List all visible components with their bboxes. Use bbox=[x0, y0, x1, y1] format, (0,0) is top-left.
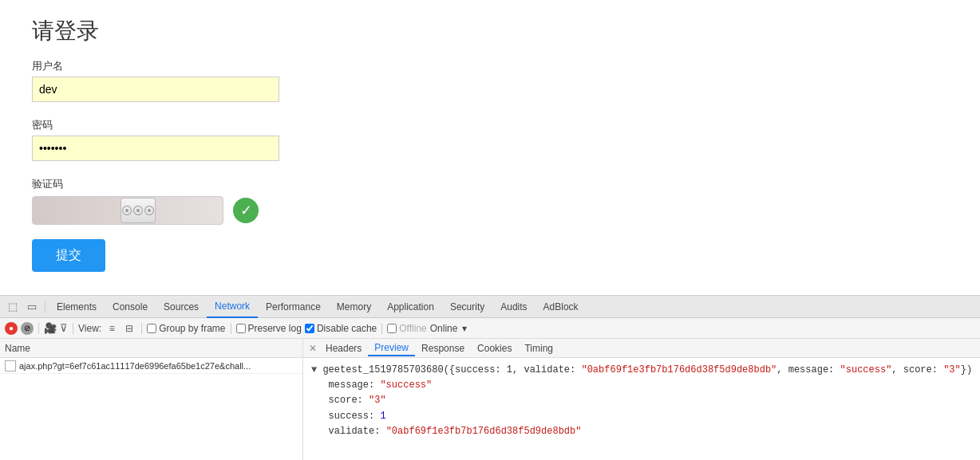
toolbar-divider-2 bbox=[73, 323, 73, 334]
tab-security[interactable]: Security bbox=[442, 296, 492, 318]
online-label: Online bbox=[430, 323, 458, 334]
captcha-row: ⦿⦿⦿ ✓ bbox=[32, 196, 948, 225]
toolbar-divider-4 bbox=[231, 323, 231, 334]
json-line-3: score: "3" bbox=[311, 393, 972, 408]
expand-icon[interactable]: ▼ bbox=[311, 364, 322, 375]
disable-cache-label[interactable]: Disable cache bbox=[305, 323, 377, 334]
name-column-header: Name bbox=[5, 343, 30, 354]
network-toolbar: ● ⊘ 🎥 ⊽ View: ≡ ⊟ Group by frame Preserv… bbox=[0, 318, 980, 339]
detail-panel: ✕ Headers Preview Response Cookies Timin… bbox=[303, 339, 980, 460]
devtools-panel: ⬚ ▭ Elements Console Sources Network Per… bbox=[0, 295, 980, 460]
network-item-icon bbox=[5, 360, 16, 372]
toolbar-divider-1 bbox=[38, 323, 39, 334]
inspect-element-icon[interactable]: ⬚ bbox=[3, 297, 22, 316]
tab-sources[interactable]: Sources bbox=[156, 296, 207, 318]
network-list-header: Name bbox=[0, 339, 302, 358]
page-title: 请登录 bbox=[32, 16, 948, 46]
json-line-4: success: 1 bbox=[311, 409, 972, 424]
device-toolbar-icon[interactable]: ▭ bbox=[22, 297, 41, 316]
tab-application[interactable]: Application bbox=[379, 296, 442, 318]
captcha-label: 验证码 bbox=[32, 177, 948, 191]
tab-performance[interactable]: Performance bbox=[258, 296, 329, 318]
captcha-group: 验证码 ⦿⦿⦿ ✓ bbox=[32, 177, 948, 225]
throttle-dropdown[interactable]: ▾ bbox=[462, 323, 467, 334]
stop-button[interactable]: ⊘ bbox=[21, 322, 34, 335]
toolbar-divider-3 bbox=[141, 323, 142, 334]
group-by-frame-label[interactable]: Group by frame bbox=[147, 323, 225, 334]
group-by-frame-checkbox[interactable] bbox=[147, 324, 156, 333]
password-input[interactable] bbox=[32, 136, 279, 161]
view-tree-icon[interactable]: ⊟ bbox=[122, 321, 136, 336]
username-label: 用户名 bbox=[32, 59, 948, 73]
filter-button[interactable]: ⊽ bbox=[60, 322, 68, 334]
video-button[interactable]: 🎥 bbox=[44, 322, 57, 334]
detail-tab-cookies[interactable]: Cookies bbox=[471, 341, 518, 356]
tab-memory[interactable]: Memory bbox=[329, 296, 379, 318]
tab-elements[interactable]: Elements bbox=[49, 296, 105, 318]
detail-content: ▼ geetest_1519785703680({success: 1, val… bbox=[303, 358, 980, 460]
network-body: Name ajax.php?gt=6ef7c61ac11117de6996efa… bbox=[0, 339, 980, 460]
tab-audits[interactable]: Audits bbox=[492, 296, 535, 318]
detail-tab-bar: ✕ Headers Preview Response Cookies Timin… bbox=[303, 339, 980, 358]
page-content: 请登录 用户名 密码 验证码 ⦿⦿⦿ ✓ 提交 bbox=[0, 0, 980, 295]
view-label: View: bbox=[78, 323, 101, 334]
tab-adblock[interactable]: AdBlock bbox=[535, 296, 587, 318]
toolbar-divider-5 bbox=[381, 323, 382, 334]
json-line-2: message: "success" bbox=[311, 378, 972, 393]
tab-console[interactable]: Console bbox=[105, 296, 156, 318]
detail-tab-preview[interactable]: Preview bbox=[368, 340, 415, 356]
detail-tab-response[interactable]: Response bbox=[415, 341, 471, 356]
disable-cache-checkbox[interactable] bbox=[305, 324, 314, 333]
network-list: Name ajax.php?gt=6ef7c61ac11117de6996efa… bbox=[0, 339, 303, 460]
detail-tab-timing[interactable]: Timing bbox=[518, 341, 559, 356]
detail-close-button[interactable]: ✕ bbox=[306, 342, 319, 355]
detail-tab-headers[interactable]: Headers bbox=[319, 341, 368, 356]
network-list-item[interactable]: ajax.php?gt=6ef7c61ac11117de6996efa65be1… bbox=[0, 358, 302, 374]
tab-bar-divider bbox=[45, 301, 45, 313]
submit-button[interactable]: 提交 bbox=[32, 239, 105, 272]
offline-checkbox[interactable] bbox=[387, 324, 397, 333]
json-line-5: validate: "0abf69f1e3fb7b176d6d38f5d9de8… bbox=[311, 424, 972, 439]
devtools-tab-bar: ⬚ ▭ Elements Console Sources Network Per… bbox=[0, 296, 980, 318]
username-group: 用户名 bbox=[32, 59, 948, 113]
view-list-icon[interactable]: ≡ bbox=[105, 321, 119, 336]
username-input[interactable] bbox=[32, 77, 279, 102]
preserve-log-label[interactable]: Preserve log bbox=[236, 323, 302, 334]
record-button[interactable]: ● bbox=[5, 322, 18, 335]
preserve-log-checkbox[interactable] bbox=[236, 324, 246, 333]
captcha-slider[interactable]: ⦿⦿⦿ bbox=[32, 196, 223, 225]
json-line-1: ▼ geetest_1519785703680({success: 1, val… bbox=[311, 363, 972, 378]
offline-label-wrapper: Offline bbox=[387, 323, 426, 334]
captcha-success-icon: ✓ bbox=[233, 198, 259, 223]
password-group: 密码 bbox=[32, 118, 948, 172]
password-label: 密码 bbox=[32, 118, 948, 132]
captcha-handle[interactable]: ⦿⦿⦿ bbox=[121, 198, 156, 223]
network-item-name: ajax.php?gt=6ef7c61ac11117de6996efa65be1… bbox=[19, 361, 251, 371]
tab-network[interactable]: Network bbox=[207, 296, 258, 318]
